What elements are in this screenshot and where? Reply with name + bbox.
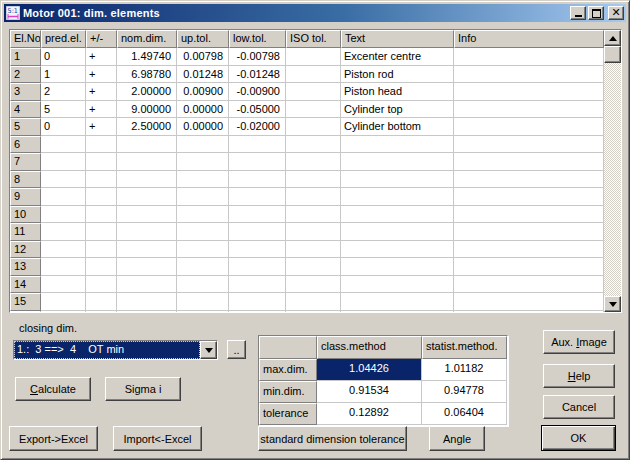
grid-cell[interactable] xyxy=(177,276,229,294)
row-header[interactable]: 10 xyxy=(10,206,41,224)
grid-cell[interactable]: 0.00000 xyxy=(177,101,229,119)
grid-cell[interactable] xyxy=(229,188,286,206)
grid-cell[interactable]: Cylinder top xyxy=(341,101,454,119)
cancel-button[interactable]: Cancel xyxy=(543,395,615,419)
column-header[interactable]: Text xyxy=(341,30,454,48)
grid-cell[interactable] xyxy=(41,241,86,259)
row-header[interactable]: 5 xyxy=(10,118,41,136)
scrollbar-thumb[interactable] xyxy=(604,46,621,63)
grid-cell[interactable]: + xyxy=(86,83,117,101)
grid-cell[interactable]: 5 xyxy=(41,101,86,119)
column-header[interactable]: low.tol. xyxy=(229,30,286,48)
row-header[interactable]: 3 xyxy=(10,83,41,101)
column-header[interactable]: ISO tol. xyxy=(286,30,341,48)
grid-cell[interactable] xyxy=(229,171,286,189)
help-button[interactable]: Help xyxy=(543,364,615,388)
grid-cell[interactable] xyxy=(117,311,177,313)
grid-cell[interactable] xyxy=(286,293,341,311)
grid-cell[interactable]: + xyxy=(86,118,117,136)
grid-cell[interactable] xyxy=(177,293,229,311)
grid-cell[interactable] xyxy=(177,206,229,224)
grid-cell[interactable] xyxy=(454,66,604,84)
grid-cell[interactable] xyxy=(286,83,341,101)
grid-cell[interactable] xyxy=(286,136,341,154)
grid-cell[interactable] xyxy=(286,206,341,224)
grid-cell[interactable] xyxy=(286,258,341,276)
grid-cell[interactable] xyxy=(229,206,286,224)
grid-cell[interactable]: 9.00000 xyxy=(117,101,177,119)
grid-cell[interactable] xyxy=(341,293,454,311)
grid-cell[interactable]: 2.00000 xyxy=(117,83,177,101)
row-header[interactable]: 9 xyxy=(10,188,41,206)
calculate-button[interactable]: Calculate xyxy=(15,377,91,401)
grid-cell[interactable] xyxy=(229,241,286,259)
grid-cell[interactable] xyxy=(286,241,341,259)
grid-cell[interactable] xyxy=(117,293,177,311)
grid-cell[interactable] xyxy=(177,171,229,189)
results-cell-selected[interactable]: 1.04426 xyxy=(317,359,422,381)
grid-cell[interactable]: -0.01248 xyxy=(229,66,286,84)
grid-cell[interactable]: 6.98780 xyxy=(117,66,177,84)
grid-cell[interactable] xyxy=(41,276,86,294)
closing-dim-combobox[interactable]: 1.: 3 ==> 4 OT min xyxy=(13,340,218,360)
grid-cell[interactable] xyxy=(41,206,86,224)
grid-cell[interactable] xyxy=(341,171,454,189)
grid-cell[interactable] xyxy=(86,311,117,313)
grid-cell[interactable] xyxy=(41,153,86,171)
grid-cell[interactable] xyxy=(229,223,286,241)
sigma-i-button[interactable]: Sigma i xyxy=(105,377,181,401)
aux-image-button[interactable]: Aux. Image xyxy=(543,330,615,354)
grid-cell[interactable] xyxy=(117,223,177,241)
grid-cell[interactable] xyxy=(454,276,604,294)
grid-cell[interactable] xyxy=(41,293,86,311)
grid-cell[interactable]: Cylinder bottom xyxy=(341,118,454,136)
grid-cell[interactable] xyxy=(454,171,604,189)
grid-cell[interactable] xyxy=(341,241,454,259)
grid-cell[interactable]: 0.00798 xyxy=(177,48,229,66)
grid-cell[interactable] xyxy=(86,293,117,311)
grid-cell[interactable] xyxy=(286,311,341,313)
column-header[interactable]: nom.dim. xyxy=(117,30,177,48)
grid-cell[interactable] xyxy=(341,276,454,294)
grid-cell[interactable]: 2 xyxy=(41,83,86,101)
row-header[interactable]: 12 xyxy=(10,241,41,259)
grid-cell[interactable]: 0.00000 xyxy=(177,118,229,136)
ok-button[interactable]: OK xyxy=(541,425,616,451)
grid-cell[interactable] xyxy=(41,136,86,154)
column-header[interactable]: pred.el. xyxy=(41,30,86,48)
grid-cell[interactable] xyxy=(41,171,86,189)
closing-dim-browse-button[interactable]: .. xyxy=(227,340,246,359)
grid-cell[interactable]: 0.01248 xyxy=(177,66,229,84)
grid-cell[interactable] xyxy=(177,241,229,259)
results-cell[interactable]: 0.91534 xyxy=(317,381,422,403)
minimize-button[interactable] xyxy=(570,6,586,20)
maximize-button[interactable] xyxy=(588,6,604,20)
grid-cell[interactable] xyxy=(341,188,454,206)
vertical-scrollbar[interactable] xyxy=(604,30,621,312)
grid-cell[interactable] xyxy=(341,223,454,241)
grid-cell[interactable] xyxy=(454,223,604,241)
grid-cell[interactable] xyxy=(341,153,454,171)
grid-cell[interactable] xyxy=(41,223,86,241)
column-header[interactable]: +/- xyxy=(86,30,117,48)
grid-cell[interactable] xyxy=(286,66,341,84)
row-header[interactable]: 4 xyxy=(10,101,41,119)
grid-cell[interactable] xyxy=(454,153,604,171)
grid-cell[interactable] xyxy=(454,241,604,259)
export-excel-button[interactable]: Export->Excel xyxy=(9,426,98,451)
grid-cell[interactable] xyxy=(177,136,229,154)
grid-cell[interactable] xyxy=(454,311,604,313)
row-header[interactable]: 6 xyxy=(10,136,41,154)
grid-cell[interactable] xyxy=(117,258,177,276)
results-cell[interactable]: 0.12892 xyxy=(317,403,422,425)
column-header[interactable]: up.tol. xyxy=(177,30,229,48)
grid-cell[interactable] xyxy=(86,153,117,171)
grid-cell[interactable]: 2.50000 xyxy=(117,118,177,136)
grid-cell[interactable] xyxy=(177,311,229,313)
grid-cell[interactable] xyxy=(454,188,604,206)
grid-cell[interactable] xyxy=(454,83,604,101)
row-header[interactable]: 16 xyxy=(10,311,41,313)
grid-cell[interactable] xyxy=(341,136,454,154)
grid-cell[interactable] xyxy=(117,241,177,259)
row-header[interactable]: 15 xyxy=(10,293,41,311)
